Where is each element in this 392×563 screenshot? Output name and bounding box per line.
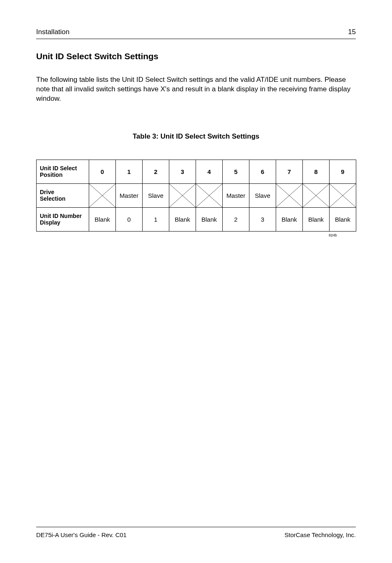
col-header-7: 7 <box>276 160 303 183</box>
header-page-number: 15 <box>348 28 356 36</box>
running-header: Installation 15 <box>36 28 356 39</box>
display-row: Unit ID Number Display Blank 0 1 Blank B… <box>37 207 356 231</box>
row-header-drive-line1: Drive <box>40 189 54 195</box>
table-header-row: Unit ID Select Position 0 1 2 3 4 5 6 7 … <box>37 160 356 183</box>
display-cell-9: Blank <box>330 207 356 231</box>
drive-cell-8 <box>303 183 330 207</box>
display-cell-4: Blank <box>196 207 223 231</box>
col-header-6: 6 <box>249 160 276 183</box>
cross-x-icon <box>303 184 329 207</box>
header-section-title: Installation <box>36 28 69 36</box>
drive-cell-1: Master <box>116 183 143 207</box>
cross-x-icon <box>330 184 356 207</box>
col-header-0: 0 <box>89 160 116 183</box>
drive-cell-4 <box>196 183 223 207</box>
drive-cell-3 <box>169 183 196 207</box>
cross-x-icon <box>89 184 115 207</box>
row-header-position: Unit ID Select Position <box>37 160 89 183</box>
display-cell-0: Blank <box>89 207 116 231</box>
col-header-3: 3 <box>169 160 196 183</box>
display-cell-8: Blank <box>303 207 330 231</box>
col-header-5: 5 <box>223 160 249 183</box>
display-cell-2: 1 <box>143 207 169 231</box>
drive-cell-9 <box>330 183 356 207</box>
row-header-display: Unit ID Number Display <box>37 207 89 231</box>
row-header-drive-line2: Selection <box>40 195 65 202</box>
drive-selection-row: Drive Selection Master Slave Master Slav… <box>37 183 356 207</box>
row-header-display-line1: Unit ID Number <box>40 213 82 219</box>
running-footer: DE75i-A User's Guide - Rev. C01 StorCase… <box>36 527 356 538</box>
cross-x-icon <box>196 184 222 207</box>
display-cell-1: 0 <box>116 207 143 231</box>
drive-cell-5: Master <box>223 183 249 207</box>
heading-unit-id-select: Unit ID Select Switch Settings <box>36 51 356 61</box>
col-header-9: 9 <box>330 160 356 183</box>
figure-number: 824b <box>36 233 356 237</box>
cross-x-icon <box>276 184 302 207</box>
cross-x-icon <box>169 184 196 207</box>
row-header-position-line2: Position <box>40 171 62 178</box>
col-header-4: 4 <box>196 160 223 183</box>
row-header-drive-selection: Drive Selection <box>37 183 89 207</box>
settings-table: Unit ID Select Position 0 1 2 3 4 5 6 7 … <box>36 160 356 232</box>
row-header-display-line2: Display <box>40 219 60 226</box>
display-cell-5: 2 <box>223 207 249 231</box>
footer-right: StorCase Technology, Inc. <box>284 531 356 538</box>
display-cell-3: Blank <box>169 207 196 231</box>
display-cell-7: Blank <box>276 207 303 231</box>
page: Installation 15 Unit ID Select Switch Se… <box>0 0 392 563</box>
drive-cell-0 <box>89 183 116 207</box>
intro-paragraph: The following table lists the Unit ID Se… <box>36 75 356 104</box>
col-header-1: 1 <box>116 160 143 183</box>
table-caption: Table 3: Unit ID Select Switch Settings <box>36 132 356 141</box>
drive-cell-6: Slave <box>249 183 276 207</box>
display-cell-6: 3 <box>249 207 276 231</box>
col-header-2: 2 <box>143 160 169 183</box>
drive-cell-7 <box>276 183 303 207</box>
row-header-position-line1: Unit ID Select <box>40 165 77 171</box>
drive-cell-2: Slave <box>143 183 169 207</box>
col-header-8: 8 <box>303 160 330 183</box>
footer-left: DE75i-A User's Guide - Rev. C01 <box>36 531 127 538</box>
